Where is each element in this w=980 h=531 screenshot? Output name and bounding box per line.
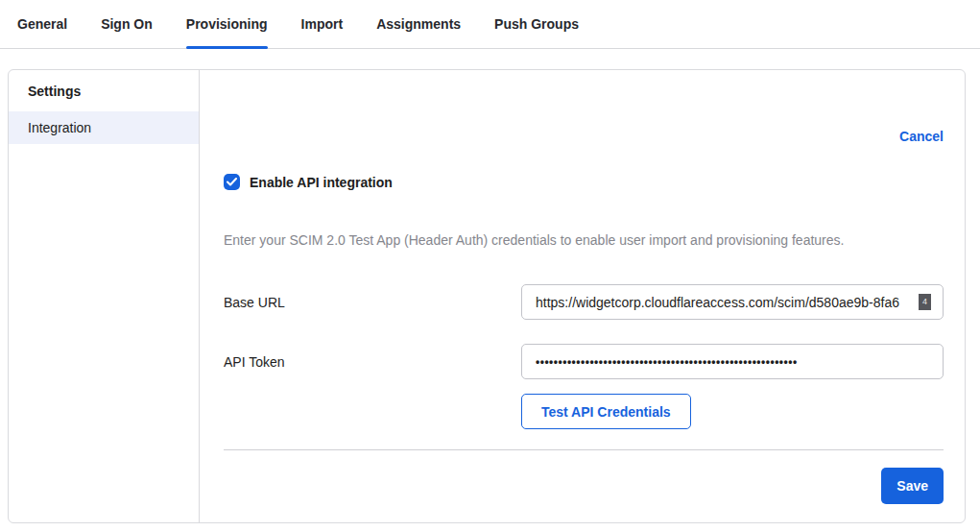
tab-import[interactable]: Import: [301, 16, 344, 48]
enable-api-integration-checkbox[interactable]: [224, 174, 240, 190]
sidebar-header: Settings: [9, 84, 199, 111]
enable-api-integration-row: Enable API integration: [224, 174, 944, 190]
base-url-input[interactable]: [521, 284, 944, 320]
test-api-credentials-button[interactable]: Test API Credentials: [521, 394, 691, 429]
sidebar-item-integration[interactable]: Integration: [9, 111, 199, 144]
app-tab-bar: General Sign On Provisioning Import Assi…: [0, 0, 980, 49]
test-credentials-row: Test API Credentials: [224, 394, 944, 429]
form-divider: [224, 449, 944, 450]
integration-settings-form: Cancel Enable API integration Enter your…: [200, 70, 966, 522]
tab-provisioning[interactable]: Provisioning: [186, 16, 268, 48]
tab-general[interactable]: General: [17, 16, 67, 48]
base-url-label: Base URL: [224, 295, 521, 310]
save-button[interactable]: Save: [881, 468, 944, 504]
settings-sidebar: Settings Integration: [9, 70, 200, 522]
api-token-label: API Token: [224, 354, 521, 370]
base-url-field-row: Base URL 4: [224, 284, 944, 320]
checkmark-icon: [227, 178, 237, 186]
enable-api-integration-label: Enable API integration: [250, 175, 393, 190]
tab-sign-on[interactable]: Sign On: [101, 16, 153, 48]
form-header-actions: Cancel: [224, 129, 944, 144]
api-token-field-row: API Token: [224, 344, 944, 379]
cancel-link[interactable]: Cancel: [899, 129, 944, 144]
provisioning-panel: Settings Integration Cancel Enable API i…: [8, 69, 966, 523]
base-url-input-wrap: 4: [521, 284, 944, 320]
api-token-input-wrap: [521, 344, 944, 379]
api-token-input[interactable]: [521, 344, 944, 379]
form-footer-actions: Save: [224, 468, 944, 504]
tab-push-groups[interactable]: Push Groups: [494, 16, 579, 48]
tab-assignments[interactable]: Assignments: [376, 16, 461, 48]
credentials-description: Enter your SCIM 2.0 Test App (Header Aut…: [224, 232, 944, 249]
